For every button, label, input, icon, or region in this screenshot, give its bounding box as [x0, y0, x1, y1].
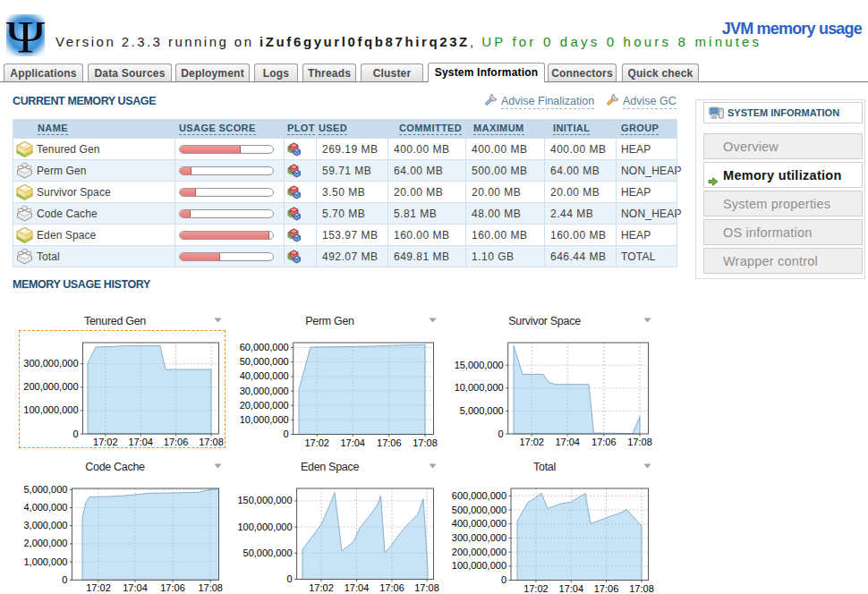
svg-text:17:04: 17:04 — [559, 583, 584, 594]
svg-text:2,000,000: 2,000,000 — [23, 538, 67, 548]
svg-text:100,000,000: 100,000,000 — [237, 522, 292, 532]
svg-text:1,000,000: 1,000,000 — [23, 556, 67, 567]
svg-text:17:08: 17:08 — [198, 582, 223, 593]
svg-text:4,000,000: 4,000,000 — [23, 502, 67, 513]
svg-text:100,000,000: 100,000,000 — [452, 560, 506, 571]
svg-text:40,000,000: 40,000,000 — [240, 370, 289, 381]
svg-text:150,000,000: 150,000,000 — [237, 495, 292, 505]
svg-text:0: 0 — [62, 574, 67, 585]
svg-text:17:08: 17:08 — [627, 437, 652, 447]
svg-text:20,000,000: 20,000,000 — [240, 400, 289, 411]
svg-text:200,000,000: 200,000,000 — [452, 547, 506, 557]
svg-text:17:04: 17:04 — [555, 437, 580, 447]
svg-text:17:04: 17:04 — [123, 582, 148, 593]
svg-text:17:06: 17:06 — [594, 583, 619, 594]
svg-text:17:06: 17:06 — [377, 437, 402, 448]
svg-text:0: 0 — [501, 574, 506, 585]
svg-text:17:06: 17:06 — [379, 582, 404, 593]
svg-text:17:08: 17:08 — [414, 582, 439, 593]
svg-text:17:02: 17:02 — [519, 437, 544, 447]
svg-text:17:02: 17:02 — [523, 583, 549, 594]
svg-text:50,000,000: 50,000,000 — [243, 547, 293, 558]
svg-text:0: 0 — [284, 429, 289, 439]
svg-text:17:02: 17:02 — [86, 582, 111, 593]
svg-text:3,000,000: 3,000,000 — [23, 520, 67, 530]
svg-text:17:08: 17:08 — [413, 437, 438, 448]
svg-text:30,000,000: 30,000,000 — [240, 386, 289, 396]
svg-text:17:02: 17:02 — [309, 582, 334, 593]
svg-text:0: 0 — [498, 429, 504, 439]
svg-text:17:08: 17:08 — [629, 583, 654, 594]
svg-text:17:04: 17:04 — [340, 437, 365, 448]
svg-text:300,000,000: 300,000,000 — [452, 532, 506, 543]
svg-text:50,000,000: 50,000,000 — [240, 356, 289, 367]
svg-text:600,000,000: 600,000,000 — [452, 490, 506, 501]
svg-text:5,000,000: 5,000,000 — [23, 484, 67, 495]
svg-text:17:06: 17:06 — [160, 582, 185, 593]
svg-text:10,000,000: 10,000,000 — [240, 414, 289, 425]
svg-text:17:06: 17:06 — [591, 437, 617, 447]
svg-text:17:04: 17:04 — [345, 582, 370, 593]
svg-text:500,000,000: 500,000,000 — [452, 505, 506, 515]
svg-text:0: 0 — [286, 573, 292, 584]
svg-text:5,000,000: 5,000,000 — [460, 405, 504, 416]
svg-text:60,000,000: 60,000,000 — [240, 342, 289, 352]
svg-text:10,000,000: 10,000,000 — [455, 382, 504, 393]
svg-text:400,000,000: 400,000,000 — [452, 518, 506, 529]
svg-text:15,000,000: 15,000,000 — [455, 360, 504, 370]
svg-text:17:02: 17:02 — [304, 437, 329, 448]
